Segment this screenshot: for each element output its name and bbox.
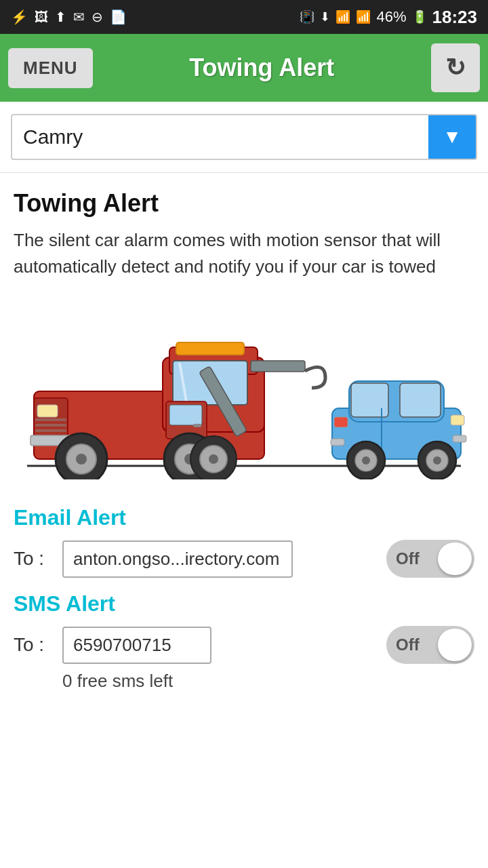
email-input-field[interactable] <box>62 540 293 578</box>
svg-rect-33 <box>453 435 466 442</box>
email-alert-label: Email Alert <box>14 505 474 530</box>
sms-toggle-label: Off <box>396 635 420 654</box>
email-toggle-handle <box>438 542 472 575</box>
vehicle-dropdown-wrapper[interactable]: ▼ <box>11 114 477 160</box>
email-to-row: To : <box>14 540 293 578</box>
svg-rect-30 <box>400 383 441 417</box>
towing-alert-description: The silent car alarm comes with motion s… <box>14 227 474 280</box>
svg-rect-14 <box>35 429 66 432</box>
svg-rect-8 <box>169 405 202 425</box>
sms-to-label: To : <box>14 634 54 656</box>
svg-point-41 <box>433 456 441 465</box>
minus-icon: ⊖ <box>92 9 103 25</box>
battery-icon: 🔋 <box>412 9 427 24</box>
vibrate-icon: 📳 <box>300 9 314 24</box>
svg-rect-32 <box>334 417 348 427</box>
email-alert-row: To : Off <box>14 540 474 578</box>
svg-rect-17 <box>251 361 305 372</box>
image-icon: 🖼 <box>35 9 48 25</box>
usb-icon: ⚡ <box>11 9 28 25</box>
sms-phone-input-field[interactable] <box>62 627 211 664</box>
battery-label: 46% <box>376 8 406 26</box>
vehicle-dropdown-input[interactable] <box>12 116 428 158</box>
svg-rect-29 <box>351 383 388 417</box>
svg-rect-31 <box>451 415 464 425</box>
sms-to-row: To : <box>14 627 211 664</box>
menu-button[interactable]: MENU <box>8 48 93 88</box>
file-icon: 📄 <box>110 9 127 25</box>
status-bar: ⚡ 🖼 ⬆ ✉ ⊖ 📄 📳 ⬇ 📶 📶 46% 🔋 18:23 <box>0 0 488 34</box>
dropdown-arrow-button[interactable]: ▼ <box>428 115 476 159</box>
email-to-label: To : <box>14 548 54 570</box>
sms-free-count: 0 free sms left <box>62 671 474 692</box>
svg-rect-13 <box>35 424 66 427</box>
tow-truck-svg <box>14 303 474 479</box>
status-icons-left: ⚡ 🖼 ⬆ ✉ ⊖ 📄 <box>11 9 127 25</box>
signal-icon: 📶 <box>356 9 371 24</box>
sms-alert-section: SMS Alert To : Off 0 free sms left <box>14 591 474 692</box>
top-bar-title: Towing Alert <box>189 54 334 82</box>
status-icons-right: 📳 ⬇ 📶 📶 46% 🔋 18:23 <box>300 7 477 28</box>
status-time: 18:23 <box>432 7 478 28</box>
sms-toggle-handle <box>438 629 472 661</box>
svg-rect-6 <box>176 342 244 355</box>
download-icon: ⬇ <box>320 9 330 24</box>
refresh-button[interactable]: ↻ <box>431 43 480 92</box>
top-bar: MENU Towing Alert ↻ <box>0 34 488 102</box>
vehicle-dropdown-container: ▼ <box>0 102 488 173</box>
sms-alert-row: To : Off <box>14 626 474 664</box>
svg-point-38 <box>362 456 370 465</box>
svg-point-26 <box>209 454 218 464</box>
sms-toggle-off[interactable]: Off <box>386 626 474 664</box>
wifi-icon: 📶 <box>336 9 350 24</box>
mail-icon: ✉ <box>73 9 85 25</box>
svg-rect-11 <box>37 405 58 417</box>
towing-alert-title: Towing Alert <box>14 189 474 218</box>
svg-rect-9 <box>193 424 201 427</box>
svg-rect-34 <box>331 439 344 446</box>
email-toggle-off[interactable]: Off <box>386 540 474 578</box>
email-toggle-label: Off <box>396 549 420 568</box>
truck-illustration <box>14 296 474 486</box>
email-alert-section: Email Alert To : Off <box>14 505 474 578</box>
navigation-icon: ⬆ <box>55 9 66 25</box>
svg-point-20 <box>76 454 87 465</box>
refresh-icon: ↻ <box>445 54 466 82</box>
main-content: Towing Alert The silent car alarm comes … <box>0 173 488 722</box>
svg-rect-12 <box>35 418 66 421</box>
chevron-down-icon: ▼ <box>443 126 462 148</box>
sms-alert-label: SMS Alert <box>14 591 474 616</box>
